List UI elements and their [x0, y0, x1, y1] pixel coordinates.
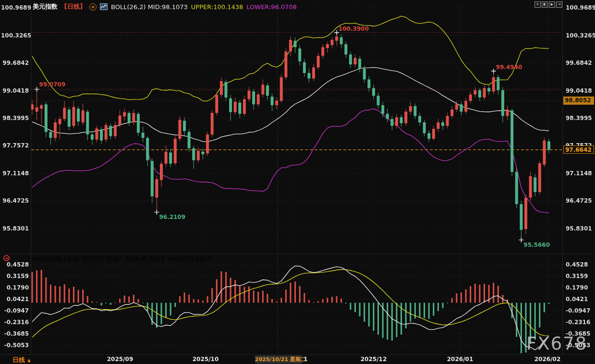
period-tag: 【日线】 — [61, 2, 86, 11]
price-annotation: 99.4940 — [496, 64, 522, 71]
last-price-box: 97.6642 — [563, 146, 594, 154]
price-annotation: 100.3900 — [339, 25, 369, 32]
add-compare-icon[interactable]: + — [89, 3, 97, 11]
crosshair-price-box: 98.8052 — [563, 97, 594, 105]
macd-axis-label: 0.3159 — [566, 273, 588, 280]
macd-axis-label: 0.0421 — [1, 296, 29, 303]
indicator-settings-icon[interactable] — [3, 255, 10, 261]
boll-mid-readout: BOLL(26,2) MID:98.1073 — [111, 3, 188, 11]
price-axis-label: 98.3995 — [1, 115, 29, 122]
chart-left-icon[interactable]: ◧ — [542, 1, 548, 8]
macd-axis-label: -0.5053 — [1, 342, 29, 349]
macd-header: MACD(26,12,9) DIFF:-0.3080 DEA:-0.3593 M… — [32, 255, 212, 262]
price-axis-label: 95.8301 — [566, 225, 592, 232]
mini-chart-icon — [100, 3, 108, 10]
chart-header: 美元指数 【日线】 + BOLL(26,2) MID:98.1073 UPPER… — [33, 2, 297, 11]
chart-canvas[interactable] — [0, 0, 595, 364]
crosshair-date-box: 2025/10/21 星期二 — [255, 355, 302, 364]
macd-dea-readout: DEA:-0.3593 — [125, 255, 164, 262]
left-axis-border — [31, 0, 31, 354]
macd-axis-label: 0.1790 — [566, 284, 588, 291]
macd-diff-readout: MACD(26,12,9) DIFF:-0.3080 — [32, 255, 121, 262]
macd-axis-label: -0.3685 — [1, 330, 29, 338]
period-selector[interactable]: 日线 ▲ — [12, 356, 31, 364]
macd-axis-label: 0.4528 — [1, 261, 29, 268]
macd-axis-label: 0.0421 — [566, 296, 588, 303]
price-axis-label: 95.8301 — [1, 225, 29, 232]
macd-axis-label: -0.2316 — [1, 319, 29, 326]
chart-toolbar: ✛◧▶⇥ — [534, 1, 562, 8]
chart-play-icon[interactable]: ▶ — [549, 1, 555, 8]
exit-right-icon[interactable]: ⇥ — [556, 1, 562, 8]
crosshair-icon[interactable]: ✛ — [534, 1, 541, 8]
price-annotation: 96.2109 — [159, 214, 185, 220]
price-axis-label: 99.6842 — [566, 60, 592, 67]
boll-upper-readout: UPPER:100.1438 — [191, 3, 243, 11]
price-axis-label: 100.9689 — [566, 4, 595, 12]
price-axis-label: 100.9689 — [1, 4, 29, 12]
macd-axis-label: -0.0947 — [1, 307, 29, 315]
price-axis-label: 96.4725 — [566, 197, 592, 205]
macd-axis-label: 0.3159 — [1, 273, 29, 280]
price-axis-label: 99.0418 — [566, 87, 592, 95]
price-axis-label: 100.3265 — [566, 32, 595, 39]
price-axis-label: 98.3995 — [566, 115, 592, 122]
macd-axis-label: -0.0947 — [566, 307, 590, 315]
price-axis-label: 96.4725 — [1, 197, 29, 205]
boll-lower-readout: LOWER:96.0708 — [246, 3, 297, 11]
macd-axis-label: 0.1790 — [1, 284, 29, 291]
price-annotation: 95.5660 — [523, 242, 550, 248]
price-axis-label: 99.0418 — [1, 87, 29, 95]
price-axis-label: 97.1148 — [1, 170, 29, 177]
macd-axis-label: 0.4528 — [566, 261, 588, 268]
macd-axis-label: -0.2316 — [566, 319, 590, 326]
watermark: FX678 — [526, 333, 587, 354]
price-annotation: 99.0709 — [39, 81, 66, 88]
macd-value-readout: MACD:0.1025 — [169, 255, 212, 262]
right-axis-border — [562, 0, 563, 354]
price-axis-label: 99.6842 — [1, 60, 29, 67]
price-axis-label: 97.1148 — [566, 170, 592, 177]
price-axis-label: 97.7572 — [1, 142, 29, 149]
chart-window: 美元指数 【日线】 + BOLL(26,2) MID:98.1073 UPPER… — [0, 0, 595, 364]
price-axis-label: 100.3265 — [1, 32, 29, 39]
period-label: 日线 — [12, 356, 25, 364]
panel-separator — [0, 254, 595, 254]
symbol-name: 美元指数 — [33, 2, 58, 11]
triangle-up-icon: ▲ — [27, 358, 31, 363]
